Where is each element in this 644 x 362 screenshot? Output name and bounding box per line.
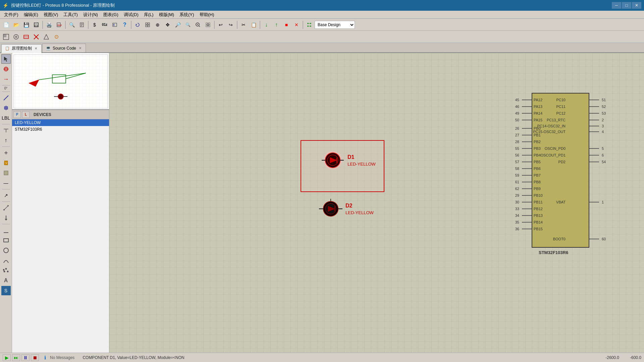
save-button[interactable]: 💾	[21, 20, 31, 29]
zoom-in-tool[interactable]: 🔎	[173, 20, 182, 29]
grid-button[interactable]	[143, 20, 152, 29]
probe-tool[interactable]	[1, 213, 11, 223]
rotate-tool[interactable]: ↗	[1, 191, 11, 200]
menu-system[interactable]: 系统(Y)	[177, 11, 197, 18]
tb2-btn1[interactable]	[1, 32, 11, 42]
symbol-tool[interactable]: S	[1, 286, 11, 295]
canvas-area[interactable]: D1 LED-YELLOW D2 LED-YELLOW 45 PA12	[109, 53, 644, 353]
pin-pb14-num: 35	[515, 220, 519, 224]
pin-vbat-num: 1	[602, 200, 604, 204]
menu-graph[interactable]: 图表(G)	[101, 11, 121, 18]
device-item-stm32[interactable]: STM32F103R6	[12, 126, 109, 133]
export-button[interactable]: BMP	[54, 20, 64, 29]
new-button[interactable]: 📄	[1, 20, 11, 29]
device-l-button[interactable]: L	[22, 111, 30, 118]
tb-btn-red2[interactable]: ✕	[292, 20, 301, 29]
zoom-out-tool[interactable]: 🔍	[183, 20, 193, 29]
svg-rect-14	[146, 25, 147, 27]
pin-pc15-name: PC15-OSC32_OUT	[533, 130, 566, 134]
pin-tool[interactable]	[1, 148, 11, 158]
device-header: P L DEVICES	[12, 110, 109, 119]
bill-button[interactable]	[77, 20, 87, 29]
menu-edit[interactable]: 编辑(E)	[21, 11, 41, 18]
device-item-led-yellow[interactable]: LED-YELLOW	[12, 119, 109, 126]
menu-library[interactable]: 库(L)	[141, 11, 156, 18]
pin-boot0-num: 60	[602, 237, 606, 241]
svg-rect-29	[4, 35, 6, 37]
marker-tool[interactable]: —	[1, 178, 11, 188]
pan-button[interactable]: ✥	[163, 20, 172, 29]
gnd-tool[interactable]	[1, 168, 11, 178]
pin-pb10-num: 29	[515, 193, 519, 197]
maximize-button[interactable]: □	[622, 2, 631, 9]
polygon-tool[interactable]	[1, 266, 11, 275]
tab-schematic[interactable]: 📋 原理图绘制 ✕	[1, 44, 42, 53]
zoom-in-button[interactable]: 🔍	[67, 20, 76, 29]
toolbar-sep-1	[42, 21, 43, 29]
text-place-tool[interactable]: A	[1, 276, 11, 285]
hex-button[interactable]: 01z	[100, 20, 109, 29]
pin-oscin-name: OSCIN_PD0	[545, 146, 566, 150]
sim-stop-button[interactable]: ⏹	[31, 354, 39, 361]
pin-pb0-num: 26	[515, 126, 519, 130]
rect-tool[interactable]	[1, 236, 11, 245]
sim-play-button[interactable]: ▶	[3, 354, 11, 361]
open-button[interactable]: 📂	[11, 20, 21, 29]
svg-marker-38	[4, 57, 8, 62]
device-p-button[interactable]: P	[13, 111, 21, 118]
tab-sourcecode-close[interactable]: ✕	[78, 46, 82, 50]
measure-tool[interactable]	[1, 203, 11, 213]
tb-btn-green2[interactable]: ↑	[272, 20, 281, 29]
sim-step-button[interactable]: ⏭	[12, 354, 20, 361]
copy-button[interactable]: 📋	[249, 20, 258, 29]
tb-btn-red1[interactable]: ■	[282, 20, 291, 29]
netlist-button[interactable]	[305, 20, 314, 29]
help-toolbar-button[interactable]: ?	[120, 20, 129, 29]
component-tool[interactable]	[1, 64, 11, 74]
zoom-all[interactable]	[203, 20, 213, 29]
select-tool[interactable]	[1, 54, 11, 64]
refresh-button[interactable]	[133, 20, 142, 29]
undo-button[interactable]: ↩	[216, 20, 225, 29]
crosshair-button[interactable]: ⊕	[153, 20, 162, 29]
tb-btn-green1[interactable]: ↓	[262, 20, 271, 29]
menu-debug[interactable]: 调试(D)	[121, 11, 141, 18]
tb2-btn5[interactable]	[42, 32, 51, 42]
menu-design[interactable]: 设计(N)	[80, 11, 101, 18]
menu-tools[interactable]: 工具(T)	[61, 11, 80, 18]
cut-button[interactable]: ✂	[239, 20, 248, 29]
design-dropdown[interactable]: Base DesignBase Design	[315, 21, 355, 29]
tb2-btn6[interactable]: ⊙	[52, 32, 61, 42]
menu-help[interactable]: 帮助(H)	[197, 11, 217, 18]
tb2-btn3[interactable]	[21, 32, 31, 42]
close-button[interactable]: ✕	[632, 2, 641, 9]
arrow-up-tool[interactable]: ↑	[1, 136, 11, 145]
power-tool[interactable]: V	[1, 158, 11, 168]
zoom-area[interactable]	[193, 20, 203, 29]
toolbar-sep-5	[214, 21, 215, 29]
menu-view[interactable]: 视图(V)	[41, 11, 61, 18]
print-button[interactable]: 🖨️	[44, 20, 54, 29]
redo-button[interactable]: ↪	[226, 20, 235, 29]
save-all-button[interactable]	[32, 20, 41, 29]
tb2-btn2[interactable]	[11, 32, 21, 42]
tab-schematic-close[interactable]: ✕	[34, 47, 38, 50]
arc-tool[interactable]	[1, 256, 11, 265]
netpin-tool[interactable]: LBL	[1, 113, 11, 123]
pin-pb3-num: 55	[515, 146, 519, 150]
tab-sourcecode[interactable]: 💻 Source Code ✕	[42, 44, 86, 52]
line-tool[interactable]	[1, 226, 11, 235]
minimize-button[interactable]: ─	[612, 2, 621, 9]
svg-point-56	[3, 209, 5, 210]
sim-pause-button[interactable]: ⏸	[21, 354, 30, 361]
menu-file[interactable]: 文件(F)	[1, 11, 21, 18]
vdm-button[interactable]	[110, 20, 119, 29]
text-tool[interactable]	[1, 126, 11, 135]
junction-tool[interactable]: →	[1, 74, 11, 84]
dollar-button[interactable]: $	[90, 20, 99, 29]
wire-tool[interactable]	[1, 93, 11, 103]
tb2-btn4[interactable]	[32, 32, 41, 42]
bus-tool[interactable]	[1, 103, 11, 113]
circle-tool[interactable]	[1, 246, 11, 255]
menu-template[interactable]: 模版(M)	[156, 11, 177, 18]
